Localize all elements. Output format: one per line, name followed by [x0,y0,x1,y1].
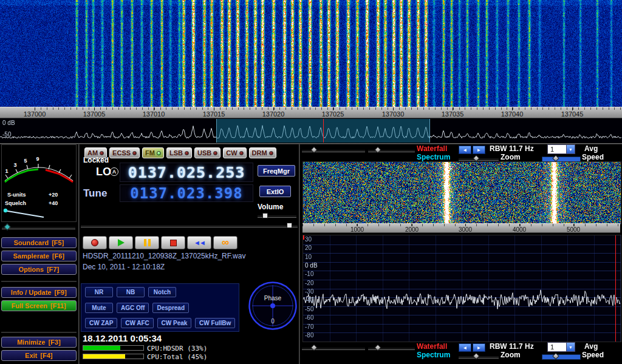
agc-button[interactable]: AGC Off [117,303,149,313]
mode-button-ecss[interactable]: ECSS [109,147,140,158]
slider-knob[interactable] [375,146,381,153]
locked-label: Locked [83,156,109,164]
minimize-button[interactable]: Minimize [F3] [1,337,77,348]
frequency-ruler[interactable]: 137000 137005 137010 137015 137020 13702… [0,107,622,118]
db-scale-label: -20 [305,280,313,286]
tuning-slider[interactable] [81,222,298,229]
options-button[interactable]: Options [F7] [1,264,77,275]
slider-knob[interactable] [553,155,559,161]
slider-knob[interactable] [473,155,479,161]
exit-button[interactable]: Exit [F4] [1,350,77,361]
avg-dropdown[interactable]: 1 ▼ [547,144,575,154]
mode-led [213,151,217,155]
waterfall-brightness-slider-2[interactable] [302,345,365,351]
tuning-slider-knob[interactable] [287,223,292,228]
extio-button[interactable]: ExtIO [259,186,291,197]
loop-button[interactable]: ∞ [213,236,238,249]
tune-marker-line [323,119,324,143]
waterfall-contrast-slider-2[interactable] [368,345,415,351]
slider-knob[interactable] [553,352,559,359]
button-hotkey: [F11] [50,302,66,309]
af-frequency-scale[interactable]: 1000 2000 3000 4000 5000 [302,223,620,233]
speed-slider-2[interactable] [542,353,581,360]
needle-tip-dot [4,209,7,212]
nb-button[interactable]: NB [117,287,145,297]
fullscreen-button[interactable]: Full Screen [F11] [1,300,77,311]
mode-button-drm[interactable]: DRM [249,147,276,158]
soundcard-button[interactable]: Soundcard [F5] [1,237,77,248]
db-scale-label: -10 [305,271,313,277]
squelch-slider-knob[interactable] [4,223,10,230]
af-waterfall-display[interactable] [302,161,621,224]
cw-fullbw-button[interactable]: CW FullBw [195,318,235,328]
slider-knob[interactable] [310,344,317,351]
zoom-right-arrow-button[interactable]: ► [473,343,485,352]
cw-afc-button[interactable]: CW AFC [121,318,153,328]
slider-knob[interactable] [310,146,317,153]
ruler-label: 137025 [320,110,346,118]
vfo-a-badge[interactable]: A [110,167,118,176]
ruler-label: 137020 [260,110,287,118]
button-label: Soundcard [14,239,49,246]
volume-slider-knob[interactable] [262,213,268,218]
dropdown-arrow-icon[interactable]: ▼ [566,343,575,351]
tune-frequency-display[interactable]: 0137.023.398 [119,184,254,203]
zoom-right-arrow-button[interactable]: ► [473,146,485,154]
spectrum-tab-label-2[interactable]: Spectrum [417,351,450,359]
waterfall-tab-label[interactable]: Waterfall [417,144,447,153]
button-hotkey: [F3] [49,339,61,346]
waterfall-tab-label-2[interactable]: Waterfall [417,342,447,351]
button-hotkey: [F4] [41,352,53,359]
freqmgr-button[interactable]: FreqMgr [258,165,295,177]
button-hotkey: [F7] [47,266,59,273]
db-scale-label: 20 [305,244,312,251]
avg-dropdown-2[interactable]: 1 ▼ [547,342,575,352]
divider [299,144,300,364]
slider-knob[interactable] [375,344,381,351]
squelch-slider[interactable] [2,224,75,231]
pause-button[interactable] [135,236,159,249]
mode-button-lsb[interactable]: LSB [166,147,192,158]
s-units-label: S-units [7,192,26,198]
zoom-left-arrow-button[interactable]: ◄ [459,146,471,154]
play-button[interactable] [109,236,133,249]
rewind-button[interactable]: ◄◄ [187,236,211,249]
mode-button-fm[interactable]: FM [142,147,164,158]
stop-button[interactable] [161,236,185,249]
nr-button[interactable]: NR [85,287,113,297]
zoom-slider-2[interactable] [459,353,499,360]
af-spectrum-display[interactable] [302,235,621,342]
main-waterfall-display[interactable] [0,0,622,107]
ruler-label: 137045 [559,110,586,118]
cw-peak-button[interactable]: CW Peak [157,318,192,328]
mode-button-usb[interactable]: USB [194,147,220,158]
notch-button[interactable]: Notch [148,287,176,297]
zoom-arrow-buttons: ◄ ► [459,146,485,154]
cw-zap-button[interactable]: CW ZAP [85,318,117,328]
slider-knob[interactable] [473,352,479,359]
record-button[interactable] [83,236,107,249]
avg-dropdown-value: 1 [548,145,566,153]
s-meter-tick-label: 5 [24,158,27,164]
mode-button-cw[interactable]: CW [223,147,246,158]
waterfall-contrast-slider[interactable] [368,147,415,153]
avg-dropdown-value: 1 [548,343,566,351]
spectrum-tab-label[interactable]: Spectrum [417,153,450,161]
volume-slider[interactable] [258,212,296,219]
lo-frequency-display[interactable]: 0137.025.253 [119,162,254,183]
button-label: Minimize [17,339,45,346]
mode-label: FM [145,149,155,157]
divider [1,332,77,333]
mode-led [100,151,104,155]
zoom-left-arrow-button[interactable]: ◄ [459,343,471,352]
samplerate-button[interactable]: Samplerate [F6] [1,251,77,261]
avg-label-2: Avg [584,342,598,351]
ruler-label: 137005 [81,110,108,118]
despread-button[interactable]: Despread [152,303,189,313]
waterfall-brightness-slider[interactable] [302,147,365,153]
mute-button[interactable]: Mute [85,303,113,313]
dropdown-arrow-icon[interactable]: ▼ [566,145,575,153]
info-update-button[interactable]: Info / Update [F9] [1,287,77,298]
date-time-display: 18.12.2011 0:05:34 [83,333,162,343]
mode-label: DRM [252,149,267,157]
